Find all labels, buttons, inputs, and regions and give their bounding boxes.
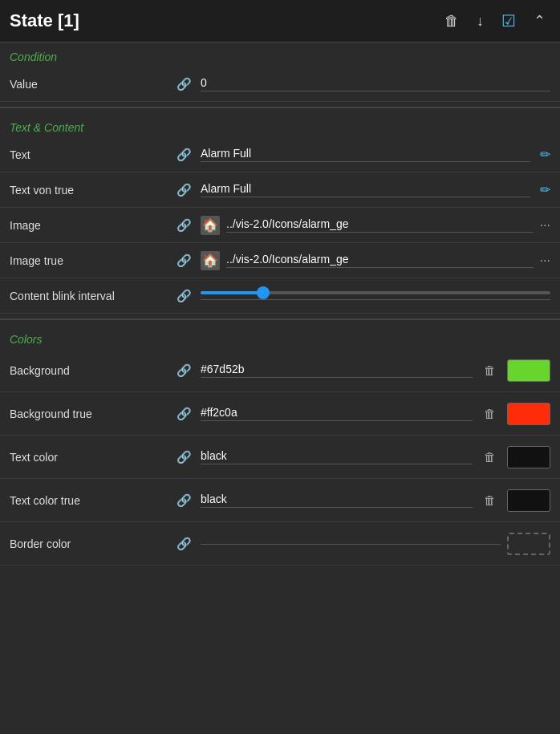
divider-2 xyxy=(0,318,560,320)
state-header: State [1] 🗑 ↓ ☑ ⌃ xyxy=(0,0,560,43)
text-color-true-swatch[interactable] xyxy=(507,489,550,512)
condition-section-label: Condition xyxy=(0,43,560,67)
text-color-value[interactable]: black xyxy=(201,449,473,464)
border-color-value[interactable] xyxy=(201,542,501,545)
text-edit-icon[interactable]: ✏ xyxy=(540,147,550,162)
slider-thumb[interactable] xyxy=(257,286,270,299)
text-field[interactable]: Alarm Full xyxy=(201,147,530,162)
image-value-container: 🏠 ../vis-2.0/Icons/alarm_ge ··· xyxy=(201,216,550,235)
image-true-row: Image true 🔗 🏠 ../vis-2.0/Icons/alarm_ge… xyxy=(0,243,560,278)
slider-track xyxy=(201,291,550,294)
border-color-swatch[interactable] xyxy=(507,533,550,555)
link-icon-image: 🔗 xyxy=(177,218,194,233)
link-icon-value: 🔗 xyxy=(177,77,194,91)
text-label: Text xyxy=(10,148,170,161)
text-color-true-value[interactable]: black xyxy=(201,493,473,508)
collapse-icon[interactable]: ⌃ xyxy=(529,9,550,33)
link-icon-bg-true: 🔗 xyxy=(177,407,194,421)
download-icon[interactable]: ↓ xyxy=(472,10,489,33)
link-icon-text-color: 🔗 xyxy=(177,450,194,464)
image-field[interactable]: ../vis-2.0/Icons/alarm_ge xyxy=(226,217,534,233)
slider-fill xyxy=(201,291,263,294)
delete-icon[interactable]: 🗑 xyxy=(440,10,464,33)
background-true-value[interactable]: #ff2c0a xyxy=(201,406,473,421)
blink-label: Content blink interval xyxy=(10,290,170,302)
link-icon-border-color: 🔗 xyxy=(177,537,194,551)
text-true-edit-icon[interactable]: ✏ xyxy=(540,182,550,197)
background-row: Background 🔗 #67d52b 🗑 xyxy=(0,349,560,392)
bg-true-trash-icon[interactable]: 🗑 xyxy=(484,407,496,420)
value-row: Value 🔗 0 xyxy=(0,67,560,102)
check-icon[interactable]: ☑ xyxy=(497,8,521,34)
image-true-field[interactable]: ../vis-2.0/Icons/alarm_ge xyxy=(226,253,534,268)
border-color-label: Border color xyxy=(10,537,170,550)
bg-trash-icon[interactable]: 🗑 xyxy=(484,363,496,377)
image-row: Image 🔗 🏠 ../vis-2.0/Icons/alarm_ge ··· xyxy=(0,208,560,243)
image-label: Image xyxy=(10,219,170,232)
state-title: State [1] xyxy=(10,10,432,31)
colors-section-label: Colors xyxy=(0,325,560,349)
background-swatch[interactable] xyxy=(507,359,550,382)
text-color-row: Text color 🔗 black 🗑 xyxy=(0,436,560,479)
image-true-thumbnail: 🏠 xyxy=(201,251,220,270)
background-value[interactable]: #67d52b xyxy=(201,363,473,378)
value-label: Value xyxy=(10,78,170,91)
text-row: Text 🔗 Alarm Full ✏ xyxy=(0,137,560,172)
link-icon-text-true: 🔗 xyxy=(177,183,194,197)
text-color-label: Text color xyxy=(10,451,170,464)
link-icon-blink: 🔗 xyxy=(177,289,194,303)
text-color-true-row: Text color true 🔗 black 🗑 xyxy=(0,479,560,522)
text-color-trash-icon[interactable]: 🗑 xyxy=(484,450,496,464)
text-true-label: Text von true xyxy=(10,184,170,197)
image-true-value-container: 🏠 ../vis-2.0/Icons/alarm_ge ··· xyxy=(201,251,550,270)
link-icon-bg: 🔗 xyxy=(177,363,194,378)
link-icon-text-color-true: 🔗 xyxy=(177,493,194,508)
link-icon-image-true: 🔗 xyxy=(177,253,194,268)
image-true-label: Image true xyxy=(10,254,170,267)
image-true-dots-icon[interactable]: ··· xyxy=(540,253,550,268)
blink-row: Content blink interval 🔗 xyxy=(0,278,560,314)
text-color-true-label: Text color true xyxy=(10,494,170,507)
background-true-swatch[interactable] xyxy=(507,403,550,425)
background-true-row: Background true 🔗 #ff2c0a 🗑 xyxy=(0,392,560,436)
text-true-field[interactable]: Alarm Full xyxy=(201,182,530,197)
background-label: Background xyxy=(10,364,170,377)
text-content-section-label: Text & Content xyxy=(0,113,560,137)
text-color-true-trash-icon[interactable]: 🗑 xyxy=(484,493,496,507)
border-color-row: Border color 🔗 xyxy=(0,522,560,566)
divider-1 xyxy=(0,107,560,108)
text-true-row: Text von true 🔗 Alarm Full ✏ xyxy=(0,172,560,208)
background-true-label: Background true xyxy=(10,408,170,420)
value-field[interactable]: 0 xyxy=(201,76,550,91)
link-icon-text: 🔗 xyxy=(177,148,194,162)
image-dots-icon[interactable]: ··· xyxy=(540,218,550,233)
text-color-swatch[interactable] xyxy=(507,446,550,468)
blink-slider[interactable] xyxy=(201,291,550,300)
image-thumbnail: 🏠 xyxy=(201,216,220,235)
